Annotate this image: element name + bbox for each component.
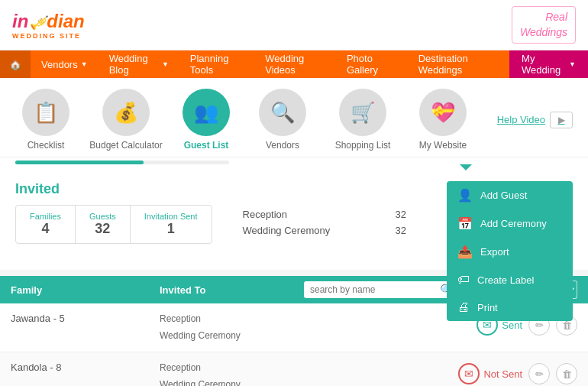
real-weddings-line2: Weddings [520, 25, 567, 41]
logo-trumpet-icon: 🎺 [29, 15, 46, 31]
td-status-2: ✉ Not Sent ✏ 🗑 [298, 360, 588, 384]
logo-text: in 🎺 dian [12, 11, 85, 32]
my-website-icon-circle: 💝 [419, 89, 467, 136]
create-label-icon: 🏷 [457, 273, 470, 287]
budget-label: Budget Calculator [89, 140, 162, 151]
td-invited-to-2-wedding: Wedding Ceremony [160, 377, 287, 386]
add-guest-icon: 👤 [457, 188, 473, 203]
export-icon: 📤 [457, 245, 473, 259]
add-guest-label: Add Guest [480, 190, 527, 201]
table-row: Kandola - 8 Reception Wedding Ceremony ✉… [0, 352, 588, 386]
help-video-box: ▶ [550, 112, 573, 128]
action-add-ceremony[interactable]: 📅 Add Ceremony [447, 209, 573, 238]
logo: in 🎺 dian WEDDING SITE [12, 11, 85, 40]
progress-bar-container [15, 161, 229, 164]
guest-list-icon: 👥 [194, 101, 218, 125]
print-label: Print [477, 302, 498, 313]
quick-nav-checklist[interactable]: 📋 Checklist [8, 89, 84, 151]
nav-vendors-arrow: ▼ [81, 60, 88, 68]
ceremony-name-1: Reception [243, 209, 365, 220]
edit-btn-2[interactable]: ✏ [528, 363, 550, 384]
stat-families: Families 4 [16, 206, 76, 243]
nav-destination-weddings[interactable]: Destination Weddings [408, 50, 509, 78]
quick-nav-my-website[interactable]: 💝 My Website [405, 89, 481, 151]
nav-planning-tools[interactable]: Planning Tools [179, 50, 254, 78]
nav-wedding-blog-label: Wedding Blog [109, 53, 159, 76]
ceremony-row-1: Reception 32 [243, 209, 406, 220]
vendors-icon-circle: 🔍 [259, 89, 306, 136]
quick-nav-vendors[interactable]: 🔍 Vendors [244, 89, 321, 151]
logo-dian: dian [47, 11, 84, 32]
action-print[interactable]: 🖨 Print [447, 294, 573, 321]
stat-guests-label: Guests [89, 212, 116, 221]
print-icon: 🖨 [457, 300, 470, 314]
progress-arrow [460, 164, 472, 170]
quick-nav-shopping[interactable]: 🛒 Shopping List [321, 89, 405, 151]
help-video-label: Help Video [497, 114, 545, 125]
action-export[interactable]: 📤 Export [447, 238, 573, 266]
nav-wedding-videos[interactable]: Wedding Videos [254, 50, 336, 78]
nav-wedding-blog-arrow: ▼ [162, 60, 169, 68]
nav-vendors[interactable]: Vendors ▼ [31, 50, 99, 78]
invited-left: Invited Families 4 Guests 32 Invitation … [15, 181, 212, 244]
stat-invitation-label: Invitation Sent [144, 212, 198, 221]
ceremony-row-2: Wedding Ceremony 32 [243, 225, 406, 236]
quick-nav: 📋 Checklist 💰 Budget Calculator 👥 Guest … [0, 78, 588, 157]
logo-in: in [12, 11, 28, 32]
nav-home[interactable]: 🏠 [0, 50, 31, 78]
notsent-badge-icon-2: ✉ [458, 363, 480, 384]
budget-icon-circle: 💰 [102, 89, 150, 136]
nav-planning-tools-label: Planning Tools [190, 53, 244, 76]
td-invited-to-2-reception: Reception [160, 360, 287, 377]
budget-icon: 💰 [114, 101, 138, 125]
status-badge-notsent-2: ✉ Not Sent [458, 363, 522, 384]
nav-photo-gallery[interactable]: Photo Gallery [336, 50, 408, 78]
nav-vendors-label: Vendors [41, 59, 78, 70]
stat-families-value: 4 [30, 221, 61, 237]
td-family-1: Jawanda - 5 [0, 311, 149, 324]
nav-bar: 🏠 Vendors ▼ Wedding Blog ▼ Planning Tool… [0, 50, 588, 78]
nav-my-wedding[interactable]: My Wedding ▼ [509, 50, 588, 78]
delete-btn-2[interactable]: 🗑 [556, 363, 577, 384]
quick-nav-budget[interactable]: 💰 Budget Calculator [84, 89, 168, 151]
search-box: 🔍 [304, 281, 464, 298]
td-invited-to-1-reception: Reception [160, 311, 287, 328]
th-family: Family [0, 284, 149, 296]
guest-list-label: Guest List [184, 140, 229, 151]
td-invited-to-1: Reception Wedding Ceremony [149, 311, 298, 344]
stat-invitation-value: 1 [144, 221, 198, 237]
logo-subtitle: WEDDING SITE [12, 32, 85, 40]
action-add-guest[interactable]: 👤 Add Guest [447, 181, 573, 209]
add-ceremony-icon: 📅 [457, 216, 473, 231]
vendors-label: Vendors [266, 140, 299, 151]
nav-wedding-videos-label: Wedding Videos [265, 53, 325, 76]
nav-my-wedding-arrow: ▼ [569, 60, 576, 68]
stat-guests-value: 32 [89, 221, 116, 237]
shopping-icon-circle: 🛒 [339, 89, 386, 136]
checklist-icon: 📋 [34, 101, 58, 125]
progress-bar-fill [15, 161, 144, 164]
my-website-label: My Website [419, 140, 467, 151]
td-invited-to-2: Reception Wedding Ceremony [149, 360, 298, 386]
guest-list-icon-circle: 👥 [183, 89, 230, 136]
help-video[interactable]: Help Video ▶ [497, 112, 573, 128]
nav-wedding-blog[interactable]: Wedding Blog ▼ [99, 50, 179, 78]
action-menu: 👤 Add Guest 📅 Add Ceremony 📤 Export 🏷 Cr… [447, 181, 573, 321]
nav-photo-gallery-label: Photo Gallery [347, 53, 397, 76]
invited-title: Invited [15, 181, 212, 197]
shopping-label: Shopping List [335, 140, 391, 151]
ceremony-counts: Reception 32 Wedding Ceremony 32 [243, 209, 406, 236]
shopping-icon: 🛒 [351, 101, 375, 125]
checklist-label: Checklist [27, 140, 65, 151]
vendors-icon: 🔍 [270, 101, 295, 125]
quick-nav-guest-list[interactable]: 👥 Guest List [168, 89, 244, 151]
stat-families-label: Families [30, 212, 61, 221]
main-content: Invited Families 4 Guests 32 Invitation … [0, 170, 588, 270]
nav-my-wedding-label: My Wedding [522, 53, 566, 76]
add-ceremony-label: Add Ceremony [480, 218, 547, 229]
export-label: Export [480, 246, 509, 258]
real-weddings-line1: Real [520, 10, 567, 25]
header: in 🎺 dian WEDDING SITE Real Weddings [0, 0, 588, 50]
search-input[interactable] [310, 284, 440, 295]
action-create-label[interactable]: 🏷 Create Label [447, 266, 573, 294]
